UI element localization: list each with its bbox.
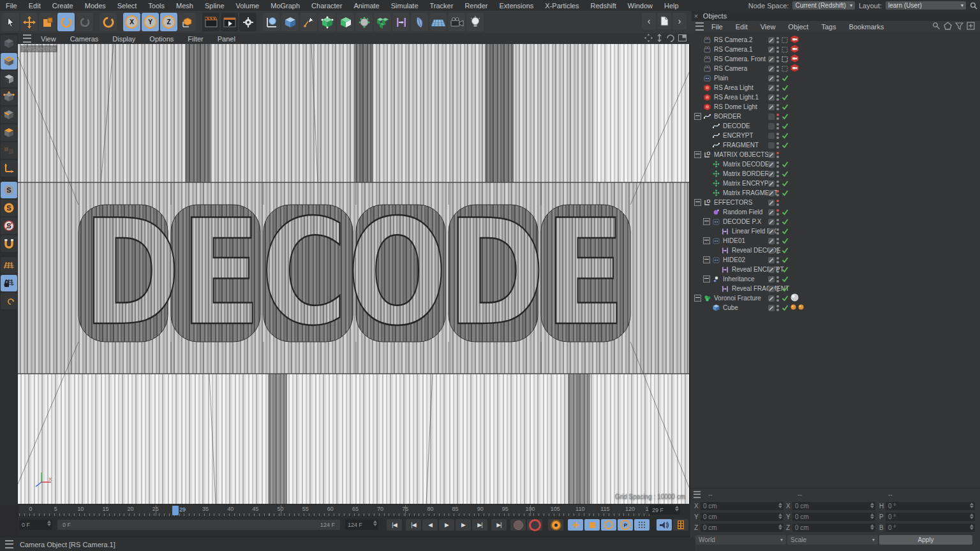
- menu-edit[interactable]: Edit: [23, 2, 47, 10]
- editor-visibility-dot[interactable]: [776, 286, 779, 288]
- viewport-menu-display[interactable]: Display: [105, 35, 142, 43]
- object-row-rs-area-light[interactable]: RS Area Light: [690, 83, 980, 92]
- layer-box-icon[interactable]: [768, 142, 775, 149]
- object-label[interactable]: Plain: [714, 75, 728, 82]
- rotation-b-input[interactable]: 0 °: [886, 524, 975, 532]
- enabled-check-icon[interactable]: [781, 295, 789, 302]
- render-visibility-dot[interactable]: [776, 127, 779, 129]
- filter-icon[interactable]: [955, 22, 963, 30]
- expand-icon[interactable]: [703, 218, 710, 225]
- sound-button[interactable]: [657, 519, 672, 531]
- render-visibility-dot[interactable]: [776, 165, 779, 168]
- array-mograph-icon[interactable]: [374, 13, 391, 31]
- layer-box-icon[interactable]: [768, 133, 775, 139]
- object-row-matrix-border[interactable]: Matrix BORDER: [690, 169, 980, 179]
- spline-modeling-icon[interactable]: [263, 13, 280, 31]
- viewport-menu-options[interactable]: Options: [142, 35, 181, 43]
- active-camera-toggle-icon[interactable]: [781, 65, 789, 73]
- render-visibility-dot[interactable]: [776, 98, 779, 101]
- material-tag-icon[interactable]: [791, 293, 799, 303]
- subdivision-surface-icon[interactable]: [318, 13, 336, 31]
- floor-icon[interactable]: [429, 13, 447, 31]
- edit-enable-icon[interactable]: [768, 276, 775, 283]
- object-label[interactable]: RS Camera. Front: [714, 55, 766, 62]
- edit-enable-icon[interactable]: [768, 247, 775, 254]
- menu-redshift[interactable]: Redshift: [584, 2, 621, 10]
- menu-volume[interactable]: Volume: [230, 2, 265, 10]
- node-space-dropdown[interactable]: Current (Redshift)▾: [792, 1, 854, 10]
- editor-visibility-dot[interactable]: [776, 171, 779, 173]
- model-mode-icon[interactable]: [1, 53, 17, 70]
- texture-mode-icon[interactable]: [1, 71, 17, 87]
- keyframe-record-button[interactable]: [527, 519, 542, 531]
- camera-icon[interactable]: [448, 13, 465, 31]
- edit-enable-icon[interactable]: [768, 219, 775, 225]
- render-visibility-dot[interactable]: [776, 156, 779, 158]
- uv-mode-icon[interactable]: [1, 142, 17, 159]
- camera-tag-icon[interactable]: [791, 54, 799, 64]
- editor-visibility-dot[interactable]: [776, 305, 779, 307]
- layout-dropdown[interactable]: learn (User)▾: [886, 1, 966, 10]
- position-y-input[interactable]: 0 cm: [701, 513, 783, 521]
- light-icon[interactable]: [466, 13, 484, 31]
- pan-icon[interactable]: [644, 34, 653, 42]
- object-label[interactable]: RS Area Light.1: [714, 94, 759, 101]
- render-visibility-dot[interactable]: [776, 89, 779, 91]
- edit-enable-icon[interactable]: [768, 295, 775, 302]
- odot-tag-icon[interactable]: [791, 304, 796, 311]
- enabled-check-icon[interactable]: [781, 75, 789, 82]
- edit-enable-icon[interactable]: [768, 161, 775, 168]
- goto-end-button[interactable]: ▶|: [491, 519, 507, 531]
- enabled-check-icon[interactable]: [781, 266, 789, 274]
- workplane-lock-icon[interactable]: [1, 275, 17, 291]
- viewport-menu-icon[interactable]: [23, 34, 31, 43]
- object-label[interactable]: DECODE: [723, 122, 750, 129]
- axis-y-lock-icon[interactable]: Y: [142, 13, 159, 31]
- editor-visibility-dot[interactable]: [776, 238, 779, 240]
- field-icon[interactable]: [392, 13, 410, 31]
- editor-visibility-dot[interactable]: [776, 228, 779, 231]
- objects-menu-tags[interactable]: Tags: [815, 23, 842, 31]
- solo-button[interactable]: [673, 519, 688, 531]
- edit-enable-icon[interactable]: [768, 66, 775, 72]
- position-z-input[interactable]: 0 cm: [701, 524, 783, 532]
- render-visibility-dot[interactable]: [776, 79, 779, 82]
- object-label[interactable]: RS Dome Light: [714, 103, 757, 110]
- spline-pen-icon[interactable]: [300, 13, 317, 31]
- rotation-h-input[interactable]: 0 °: [886, 502, 975, 510]
- objects-menu-icon[interactable]: [695, 22, 704, 31]
- editor-visibility-dot[interactable]: [776, 219, 779, 221]
- camera-tag-icon[interactable]: [791, 45, 799, 54]
- menu-select[interactable]: Select: [112, 2, 143, 10]
- object-row-linear-field-p-x[interactable]: Linear Field P.X: [690, 226, 980, 236]
- menu-modes[interactable]: Modes: [79, 2, 112, 10]
- object-row-matrix-decode[interactable]: Matrix DECODE: [690, 159, 980, 169]
- object-label[interactable]: HIDE01: [723, 237, 745, 244]
- menu-character[interactable]: Character: [306, 2, 348, 10]
- menu-tracker[interactable]: Tracker: [424, 2, 459, 10]
- edit-enable-icon[interactable]: [768, 171, 775, 177]
- axis-mode-icon[interactable]: [1, 160, 17, 177]
- expand-icon[interactable]: [694, 199, 701, 206]
- object-label[interactable]: RS Camera.2: [714, 36, 753, 43]
- object-row-encrypt[interactable]: ENCRYPT: [690, 131, 980, 140]
- render-view-icon[interactable]: [202, 13, 219, 31]
- render-visibility-dot[interactable]: [776, 117, 779, 120]
- objects-menu-file[interactable]: File: [705, 23, 729, 31]
- edit-enable-icon[interactable]: [768, 47, 775, 53]
- edit-enable-icon[interactable]: [768, 305, 775, 311]
- rotate-ring-tool-icon[interactable]: [100, 13, 117, 31]
- prev-frame-button[interactable]: ◀: [422, 519, 438, 531]
- editor-visibility-dot[interactable]: [776, 37, 779, 40]
- scale-z-input[interactable]: 0 cm: [792, 524, 875, 532]
- menu-mograph[interactable]: MoGraph: [265, 2, 306, 10]
- edit-enable-icon[interactable]: [768, 267, 775, 273]
- nav-back-icon[interactable]: ‹: [642, 13, 656, 29]
- object-label[interactable]: Random Field: [723, 209, 762, 216]
- add-icon[interactable]: [967, 22, 975, 30]
- object-label[interactable]: FRAGMENT: [723, 142, 759, 149]
- object-row-matrix-encrypt[interactable]: Matrix ENCRYPT: [690, 179, 980, 188]
- enabled-check-icon[interactable]: [781, 122, 789, 130]
- axis-x-lock-icon[interactable]: X: [123, 13, 140, 31]
- edit-enable-icon[interactable]: [768, 257, 775, 263]
